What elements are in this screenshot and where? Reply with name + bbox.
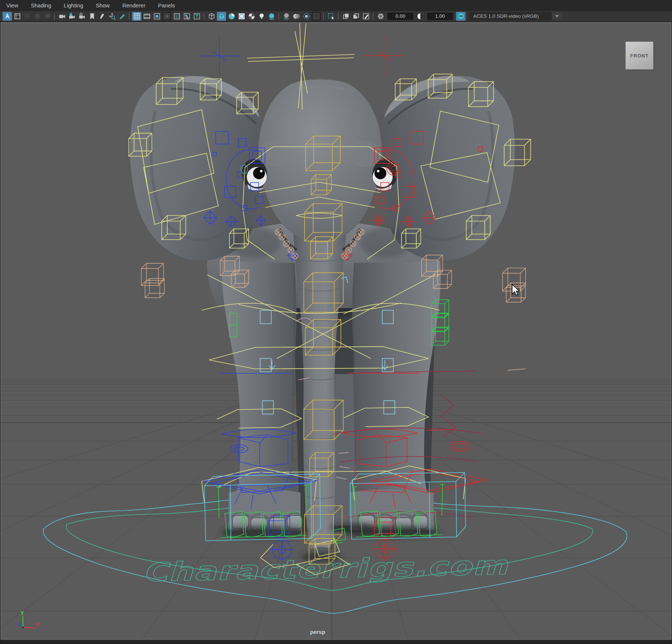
menu-lighting[interactable]: Lighting (57, 0, 90, 11)
frame-selection-button[interactable] (13, 12, 22, 21)
camera-attributes-button[interactable] (77, 12, 87, 21)
attribute-book-button[interactable] (3, 12, 12, 21)
axis-z-label: z (18, 621, 21, 627)
gamma-field[interactable]: 1.00 (427, 13, 453, 20)
multisample-aa-button[interactable] (312, 12, 321, 21)
panel-toolbar: 0.00 1.00 ON ACES 1.0 SDR-video (sRGB) (0, 11, 672, 21)
use-all-lights-button[interactable] (257, 12, 266, 21)
smooth-shading-button[interactable] (217, 12, 226, 21)
axis-y-label: y (21, 609, 24, 615)
menu-shading[interactable]: Shading (24, 0, 57, 11)
viewport-3d[interactable]: Characterrigs.com (0, 21, 672, 644)
grid-options-disabled-button[interactable] (23, 12, 32, 21)
bounding-box-shading-button[interactable] (227, 12, 236, 21)
resolution-gate-button[interactable] (152, 12, 161, 21)
colorspace-dropdown[interactable]: ACES 1.0 SDR-video (sRGB) (469, 12, 562, 20)
chevron-down-icon[interactable] (552, 12, 562, 20)
toolbar-separator (53, 13, 56, 20)
xray-display-button[interactable] (341, 12, 350, 21)
toolbar-separator (337, 13, 340, 20)
select-camera-button[interactable] (57, 12, 67, 21)
toolbar-separator (372, 13, 375, 20)
bookmark-view-button[interactable] (87, 12, 97, 21)
wireframe-on-shaded-button[interactable] (237, 12, 246, 21)
exposure-field[interactable]: 0.00 (387, 13, 413, 20)
motion-blur-button[interactable] (292, 12, 301, 21)
view-cube-front[interactable]: FRONT (625, 41, 653, 70)
panel-menubar: View Shading Lighting Show Renderer Pane… (0, 0, 672, 11)
maya-viewport-window: View Shading Lighting Show Renderer Pane… (0, 0, 672, 644)
toolbar-separator (202, 13, 206, 20)
viewport-canvas[interactable]: Characterrigs.com (0, 21, 672, 644)
gamma-icon-button[interactable] (416, 12, 425, 21)
depth-of-field-button[interactable] (302, 12, 311, 21)
color-management-toggle[interactable]: ON (456, 12, 466, 21)
axis-indicator: y x z (10, 608, 50, 638)
menu-show[interactable]: Show (90, 0, 116, 11)
grease-pencil-button[interactable] (117, 12, 127, 21)
screen-space-ao-button[interactable] (282, 12, 291, 21)
field-chart-button[interactable] (172, 12, 181, 21)
isolate-select-button[interactable] (326, 12, 336, 21)
colorspace-label: ACES 1.0 SDR-video (sRGB) (469, 13, 552, 19)
toolbar-separator (128, 13, 131, 20)
menu-view[interactable]: View (0, 0, 24, 11)
pan-zoom-tool-button[interactable] (107, 12, 117, 21)
wireframe-shading-button[interactable] (207, 12, 216, 21)
mouse-cursor-icon (511, 284, 522, 297)
camera-name-label: persp (310, 629, 325, 635)
shadows-display-button[interactable] (267, 12, 276, 21)
gate-mask-button[interactable] (162, 12, 171, 21)
paint-effects-display-button[interactable] (361, 12, 370, 21)
viewport-bottom-strip (0, 640, 672, 644)
toolbar-separator (277, 13, 280, 20)
menu-panels[interactable]: Panels (152, 0, 181, 11)
exposure-icon-button[interactable] (376, 12, 385, 21)
pie-options-disabled-button[interactable] (33, 12, 42, 21)
toolbar-separator (322, 13, 325, 20)
safe-action-button[interactable] (182, 12, 191, 21)
axis-x-label: x (36, 621, 40, 627)
textured-display-button[interactable] (247, 12, 256, 21)
on-toggle-label: ON (457, 13, 464, 20)
menu-renderer[interactable]: Renderer (116, 0, 152, 11)
grid-display-button[interactable] (132, 12, 141, 21)
image-plane-button[interactable] (97, 12, 107, 21)
safe-title-button[interactable] (192, 12, 201, 21)
xray-joints-button[interactable] (351, 12, 360, 21)
layers-disabled-button[interactable] (43, 12, 52, 21)
film-gate-button[interactable] (142, 12, 151, 21)
lock-camera-button[interactable] (67, 12, 77, 21)
